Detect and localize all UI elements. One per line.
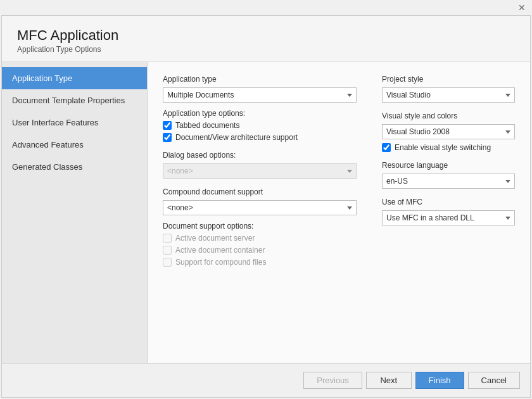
dialog-subtitle: Application Type Options <box>17 45 515 54</box>
dialog: MFC Application Application Type Options… <box>1 15 531 398</box>
use-mfc-label: Use of MFC <box>382 198 515 206</box>
compound-select[interactable]: <none> Container Mini-server Full-server… <box>163 200 357 215</box>
sidebar-item-generated-classes[interactable]: Generated Classes <box>2 156 147 178</box>
project-style-select[interactable]: Visual Studio MFC Standard Office <box>382 87 515 103</box>
active-doc-server-label: Active document server <box>175 234 255 243</box>
doc-support-label: Document support options: <box>163 222 357 231</box>
active-doc-container-item: Active document container <box>163 246 357 255</box>
enable-visual-switching-label[interactable]: Enable visual style switching <box>395 143 491 152</box>
sidebar-item-document-template[interactable]: Document Template Properties <box>2 89 147 111</box>
sidebar-item-ui-features[interactable]: User Interface Features <box>2 111 147 134</box>
app-type-select[interactable]: Single Document Multiple Documents Dialo… <box>163 87 357 103</box>
dialog-footer: Previous Next Finish Cancel <box>2 363 530 397</box>
sidebar: Application Type Document Template Prope… <box>2 62 148 363</box>
left-panel: Application type Single Document Multipl… <box>163 75 357 350</box>
right-panel: Project style Visual Studio MFC Standard… <box>382 75 515 350</box>
support-compound-label: Support for compound files <box>175 258 266 267</box>
enable-visual-switching-item: Enable visual style switching <box>382 143 515 152</box>
compound-label: Compound document support <box>163 187 357 196</box>
close-icon[interactable]: ✕ <box>517 3 527 13</box>
previous-button[interactable]: Previous <box>303 372 362 389</box>
visual-style-select[interactable]: Visual Studio 2008 Windows Native/Defaul… <box>382 124 515 139</box>
tabbed-documents-checkbox[interactable] <box>163 121 172 130</box>
support-compound-checkbox[interactable] <box>163 258 172 267</box>
docview-item: Document/View architecture support <box>163 133 357 142</box>
project-style-label: Project style <box>382 75 515 84</box>
active-doc-container-checkbox[interactable] <box>163 246 172 255</box>
enable-visual-switching-checkbox[interactable] <box>382 143 391 152</box>
dialog-based-label: Dialog based options: <box>163 151 357 160</box>
dialog-title: MFC Application <box>17 27 515 44</box>
cancel-button[interactable]: Cancel <box>468 372 520 389</box>
docview-label[interactable]: Document/View architecture support <box>175 133 298 142</box>
resource-language-select[interactable]: en-US en-GB de-DE fr-FR <box>382 174 515 189</box>
app-type-label: Application type <box>163 75 357 84</box>
next-button[interactable]: Next <box>366 372 412 389</box>
visual-style-label: Visual style and colors <box>382 111 515 120</box>
tabbed-documents-label[interactable]: Tabbed documents <box>175 121 239 130</box>
use-mfc-select[interactable]: Use MFC in a shared DLL Use MFC in a sta… <box>382 210 515 225</box>
sidebar-item-advanced-features[interactable]: Advanced Features <box>2 134 147 156</box>
active-doc-container-label: Active document container <box>175 246 265 255</box>
active-doc-server-item: Active document server <box>163 234 357 243</box>
dialog-based-select[interactable]: <none> <box>163 163 357 179</box>
sidebar-item-application-type[interactable]: Application Type <box>2 67 147 89</box>
dialog-header: MFC Application Application Type Options <box>2 16 530 62</box>
docview-checkbox[interactable] <box>163 133 172 142</box>
tabbed-documents-item: Tabbed documents <box>163 121 357 130</box>
finish-button[interactable]: Finish <box>415 372 464 389</box>
resource-language-label: Resource language <box>382 161 515 170</box>
support-compound-item: Support for compound files <box>163 258 357 267</box>
active-doc-server-checkbox[interactable] <box>163 234 172 243</box>
main-content: Application type Single Document Multipl… <box>148 62 530 363</box>
title-bar: ✕ <box>0 0 532 15</box>
app-type-options-label: Application type options: <box>163 109 357 118</box>
dialog-body: Application Type Document Template Prope… <box>2 62 530 363</box>
